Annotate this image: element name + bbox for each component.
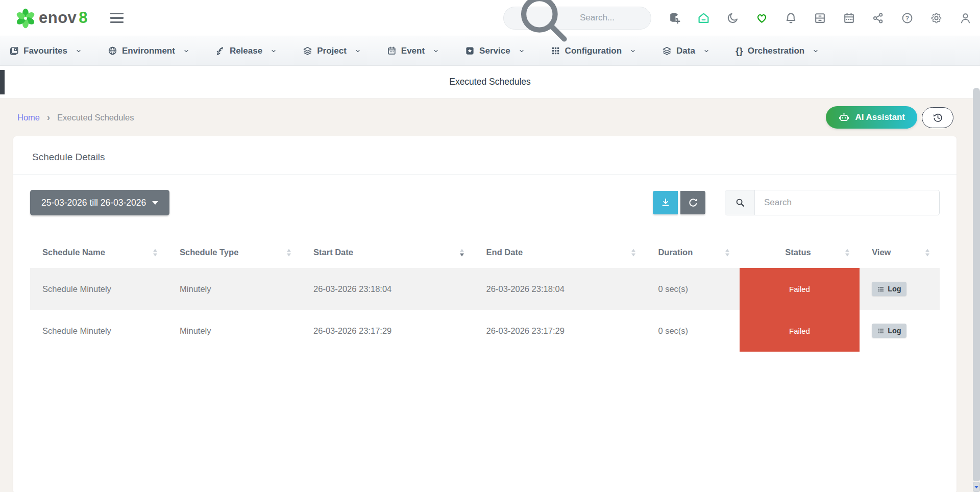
table-header-row: Schedule Name Schedule Type Start Date E…	[30, 237, 940, 268]
side-tab-handle[interactable]	[0, 70, 5, 94]
page-actions: AI Assistant	[826, 106, 953, 129]
cell-schedule-type: Minutely	[167, 268, 301, 310]
page-scrollbar	[973, 88, 980, 492]
list-icon	[877, 285, 885, 293]
nav-item-favourites[interactable]: Favourites	[9, 46, 82, 56]
caret-down-icon	[152, 201, 158, 205]
breadcrumb: Home › Executed Schedules	[17, 113, 134, 122]
header-icon-bar: ?	[668, 12, 972, 24]
global-search-input[interactable]	[580, 13, 643, 23]
cell-start-date: 26-03-2026 23:17:29	[301, 310, 474, 352]
table-search	[725, 190, 940, 215]
scrollbar-down-button[interactable]	[973, 482, 980, 492]
archive-drawer-icon[interactable]	[814, 12, 826, 24]
cell-view: Log	[860, 310, 940, 352]
sort-icon	[153, 249, 157, 256]
share-icon[interactable]	[872, 12, 885, 24]
sort-icon	[631, 249, 635, 256]
ai-assistant-button[interactable]: AI Assistant	[826, 106, 917, 129]
help-icon[interactable]: ?	[901, 12, 914, 24]
column-header-view[interactable]: View	[860, 237, 940, 268]
star-square-icon	[465, 46, 475, 56]
list-icon	[877, 327, 885, 335]
log-button-label: Log	[888, 327, 901, 335]
chevron-down-icon	[703, 48, 709, 54]
enov8-logo[interactable]: enov8	[14, 7, 88, 29]
download-button[interactable]	[653, 191, 678, 214]
ai-assistant-label: AI Assistant	[855, 112, 905, 122]
global-search[interactable]	[503, 7, 651, 30]
nav-item-orchestration[interactable]: {} Orchestration	[736, 46, 819, 56]
hamburger-menu-icon[interactable]	[108, 11, 126, 26]
sort-desc-icon	[460, 249, 464, 256]
globe-icon	[108, 46, 117, 56]
cell-view: Log	[860, 268, 940, 310]
cell-duration: 0 sec(s)	[646, 310, 740, 352]
executed-schedules-table: Schedule Name Schedule Type Start Date E…	[30, 237, 940, 352]
panel-toolbar: 25-03-2026 till 26-03-2026	[30, 190, 940, 215]
date-range-dropdown[interactable]: 25-03-2026 till 26-03-2026	[30, 190, 169, 215]
nav-label: Service	[479, 46, 510, 56]
braces-icon: {}	[736, 46, 743, 56]
history-button[interactable]	[922, 107, 953, 128]
cell-duration: 0 sec(s)	[646, 268, 740, 310]
column-header-end-date[interactable]: End Date	[474, 237, 646, 268]
table-search-icon-addon	[725, 190, 755, 215]
table-row: Schedule Minutely Minutely 26-03-2026 23…	[30, 310, 940, 352]
nav-label: Release	[230, 46, 262, 56]
column-label: Schedule Type	[180, 248, 238, 257]
notifications-bell-icon[interactable]	[785, 12, 797, 24]
nav-label: Environment	[122, 46, 175, 56]
user-icon[interactable]	[959, 12, 972, 24]
table-search-input[interactable]	[755, 190, 939, 215]
column-label: Duration	[658, 248, 693, 257]
log-button[interactable]: Log	[872, 324, 906, 338]
panel-divider	[13, 174, 957, 175]
nav-item-environment[interactable]: Environment	[108, 46, 189, 56]
column-header-status[interactable]: Status	[740, 237, 860, 268]
nav-item-data[interactable]: Data	[662, 46, 709, 56]
status-badge-failed: Failed	[740, 310, 860, 352]
column-header-schedule-name[interactable]: Schedule Name	[30, 237, 167, 268]
bookmark-collection-icon	[9, 46, 19, 56]
column-label: View	[872, 248, 891, 257]
column-label: Status	[785, 248, 811, 257]
home-icon[interactable]	[697, 12, 710, 24]
cell-start-date: 26-03-2026 23:18:04	[301, 268, 474, 310]
svg-text:?: ?	[905, 14, 909, 21]
sort-icon	[845, 249, 849, 256]
logo-text: enov	[39, 9, 77, 27]
nav-item-project[interactable]: Project	[303, 46, 361, 56]
column-header-start-date[interactable]: Start Date	[301, 237, 474, 268]
scrollbar-thumb[interactable]	[973, 88, 980, 481]
dark-mode-moon-icon[interactable]	[726, 12, 739, 24]
breadcrumb-current: Executed Schedules	[57, 113, 134, 122]
layers-icon	[303, 46, 312, 56]
robot-icon	[838, 112, 850, 124]
column-header-schedule-type[interactable]: Schedule Type	[167, 237, 301, 268]
database-add-icon[interactable]	[668, 12, 681, 24]
column-header-duration[interactable]: Duration	[646, 237, 740, 268]
sort-icon	[725, 249, 729, 256]
search-icon	[735, 198, 745, 208]
panel-title: Schedule Details	[32, 152, 940, 163]
chevron-down-icon	[813, 48, 819, 54]
chevron-down-icon	[630, 48, 636, 54]
sort-icon	[925, 249, 929, 256]
favourites-heart-icon[interactable]	[755, 12, 768, 24]
nav-label: Event	[401, 46, 425, 56]
cell-end-date: 26-03-2026 23:17:29	[474, 310, 646, 352]
chevron-down-icon	[76, 48, 82, 54]
settings-gear-icon[interactable]	[930, 12, 943, 24]
breadcrumb-separator: ›	[47, 113, 50, 122]
column-label: End Date	[486, 248, 523, 257]
refresh-button[interactable]	[680, 191, 705, 214]
page-title: Executed Schedules	[449, 77, 531, 87]
breadcrumb-home-link[interactable]: Home	[17, 113, 40, 122]
log-button[interactable]: Log	[872, 282, 906, 296]
calendar-icon[interactable]	[843, 12, 855, 24]
nav-item-release[interactable]: Release	[215, 46, 277, 56]
nav-item-event[interactable]: Event	[387, 46, 439, 56]
breadcrumb-bar: Home › Executed Schedules AI Assistant	[0, 99, 980, 136]
status-badge-failed: Failed	[740, 268, 860, 310]
